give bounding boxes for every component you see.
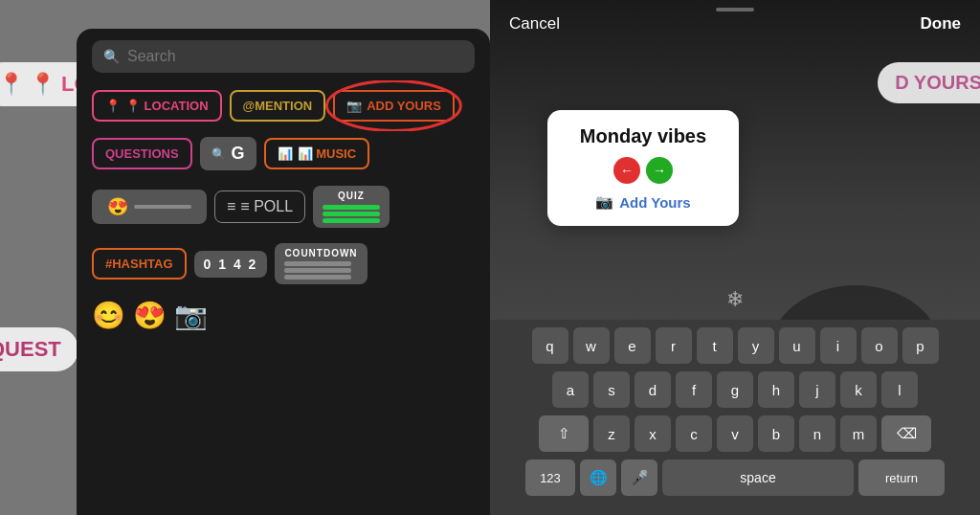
- sparkle-icon: ❄: [726, 287, 744, 312]
- key-w[interactable]: w: [573, 327, 610, 364]
- search-bar[interactable]: 🔍: [92, 40, 475, 73]
- key-s[interactable]: s: [593, 371, 630, 408]
- sticker-mention[interactable]: @MENTION: [230, 90, 326, 122]
- done-button[interactable]: Done: [921, 14, 962, 34]
- key-t[interactable]: t: [697, 327, 733, 364]
- emoji-icon: 😍: [107, 196, 128, 217]
- add-yours-popup: Monday vibes ← → 📷 Add Yours: [547, 110, 739, 226]
- add-yours-icon: 📷: [595, 193, 613, 211]
- reaction-icon-red[interactable]: ←: [613, 157, 640, 184]
- cancel-button[interactable]: Cancel: [509, 14, 560, 34]
- key-x[interactable]: x: [635, 415, 671, 452]
- key-e[interactable]: e: [614, 327, 651, 364]
- bottom-emoji-row: 😊 😍 📷: [92, 300, 475, 331]
- key-f[interactable]: f: [676, 371, 712, 408]
- key-delete[interactable]: ⌫: [881, 415, 931, 452]
- keyboard-row-2: a s d f g h j k l: [494, 371, 976, 408]
- sticker-row-1: 📍 📍 LOCATION @MENTION 📷 ADD YOURS: [92, 90, 475, 122]
- sticker-gif[interactable]: 🔍 G: [200, 137, 256, 170]
- keyboard: q w e r t y u i o p a s d f g h j k l ⇧ …: [490, 320, 980, 515]
- location-icon: 📍: [105, 99, 121, 113]
- sticker-countdown[interactable]: COUNTDOWN: [275, 243, 367, 284]
- sticker-row-3: 😍 ≡ ≡ POLL QUIZ: [92, 186, 475, 228]
- key-j[interactable]: j: [799, 371, 835, 408]
- key-k[interactable]: k: [840, 371, 877, 408]
- slider-track: [134, 205, 191, 209]
- search-small-icon: 🔍: [212, 147, 226, 161]
- keyboard-row-1: q w e r t y u i o p: [494, 327, 976, 364]
- key-globe[interactable]: 🌐: [580, 459, 616, 496]
- countdown-bars: [284, 261, 357, 280]
- key-o[interactable]: o: [861, 327, 898, 364]
- key-q[interactable]: q: [532, 327, 568, 364]
- key-n[interactable]: n: [799, 415, 835, 452]
- sticker-location[interactable]: 📍 📍 LOCATION: [92, 90, 222, 122]
- sticker-emoji-slider[interactable]: 😍: [92, 190, 207, 224]
- key-space[interactable]: space: [662, 459, 854, 496]
- check-icon: →: [653, 163, 666, 178]
- emoji-heart-eyes-sticker[interactable]: 😍: [133, 300, 167, 331]
- key-i[interactable]: i: [820, 327, 857, 364]
- sticker-poll[interactable]: ≡ ≡ POLL: [214, 190, 305, 223]
- key-g[interactable]: g: [717, 371, 753, 408]
- left-panel: 📍📍 LOC QUEST 🔍 📍 📍 LOCATION @MENTION 📷 A…: [0, 0, 490, 515]
- quiz-bars: [323, 205, 380, 223]
- popup-reaction-icons: ← →: [613, 157, 673, 184]
- search-input[interactable]: [127, 48, 463, 65]
- sticker-questions[interactable]: QUESTIONS: [92, 138, 192, 169]
- camera-icon: 📷: [346, 99, 362, 113]
- right-panel: D YOURS MUSIC Cancel Done Monday vibes ←…: [490, 0, 980, 515]
- popup-title: Monday vibes: [580, 125, 706, 147]
- emoji-camera-sticker[interactable]: 📷: [174, 300, 208, 331]
- key-p[interactable]: p: [902, 327, 939, 364]
- key-u[interactable]: u: [779, 327, 815, 364]
- search-icon: 🔍: [103, 49, 120, 64]
- bg-sticker-add-yours: D YOURS: [878, 62, 980, 103]
- key-d[interactable]: d: [635, 371, 671, 408]
- top-bar: Cancel Done: [490, 0, 980, 48]
- arrow-icon: ←: [620, 163, 634, 178]
- sticker-row-2: QUESTIONS 🔍 G 📊 📊 MUSIC: [92, 137, 475, 170]
- key-v[interactable]: v: [717, 415, 753, 452]
- popup-add-yours-button[interactable]: 📷 Add Yours: [595, 193, 690, 211]
- key-r[interactable]: r: [656, 327, 692, 364]
- key-mic[interactable]: 🎤: [621, 459, 657, 496]
- key-h[interactable]: h: [758, 371, 794, 408]
- sticker-music[interactable]: 📊 📊 MUSIC: [264, 138, 370, 169]
- key-z[interactable]: z: [593, 415, 630, 452]
- sticker-picker-panel: 🔍 📍 📍 LOCATION @MENTION 📷 ADD YOURS: [77, 29, 490, 515]
- sticker-hashtag[interactable]: #HASHTAG: [92, 248, 187, 280]
- key-a[interactable]: a: [552, 371, 589, 408]
- key-l[interactable]: l: [881, 371, 918, 408]
- key-numbers[interactable]: 123: [525, 459, 575, 496]
- key-m[interactable]: m: [840, 415, 877, 452]
- sticker-add-yours[interactable]: 📷 ADD YOURS: [333, 90, 455, 122]
- bg-sticker-questions: QUEST: [0, 327, 78, 371]
- music-icon: 📊: [278, 146, 293, 161]
- sticker-quiz[interactable]: QUIZ: [313, 186, 390, 228]
- emoji-face-sticker[interactable]: 😊: [92, 300, 125, 331]
- keyboard-row-3: ⇧ z x c v b n m ⌫: [494, 415, 976, 452]
- sticker-numbers[interactable]: 0 1 4 2: [194, 251, 268, 278]
- key-y[interactable]: y: [738, 327, 774, 364]
- sticker-row-4: #HASHTAG 0 1 4 2 COUNTDOWN: [92, 243, 475, 284]
- key-return[interactable]: return: [858, 459, 945, 496]
- keyboard-row-4: 123 🌐 🎤 space return: [494, 459, 976, 496]
- poll-icon: ≡: [227, 198, 235, 215]
- reaction-icon-green[interactable]: →: [646, 157, 673, 184]
- key-c[interactable]: c: [676, 415, 712, 452]
- key-shift[interactable]: ⇧: [539, 415, 589, 452]
- key-b[interactable]: b: [758, 415, 794, 452]
